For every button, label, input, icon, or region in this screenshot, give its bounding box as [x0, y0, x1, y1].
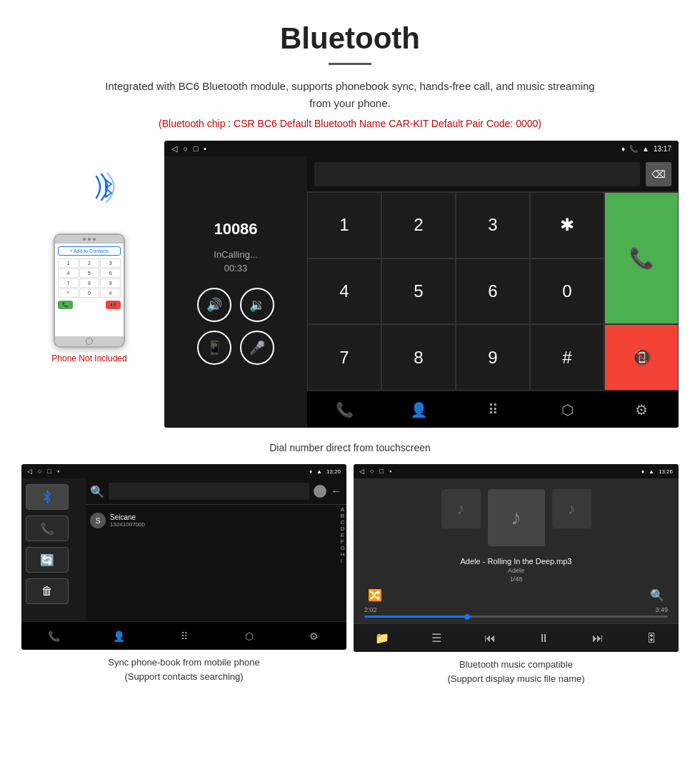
mic-btn[interactable]: 🎤: [240, 331, 274, 365]
pb-delete-btn[interactable]: 🗑: [26, 578, 69, 604]
numpad-star[interactable]: ✱: [530, 192, 604, 258]
numpad-7[interactable]: 7: [307, 324, 381, 391]
pb-search-row: 🔍 ←: [86, 478, 346, 505]
pb-status-left: ◁ ○ □ ▪: [27, 468, 59, 475]
music-search-btn[interactable]: 🔍: [650, 588, 664, 602]
phone-home-button: [55, 336, 124, 346]
music-equalizer-icon[interactable]: 🎛: [646, 632, 657, 645]
music-next-icon[interactable]: ⏭: [592, 632, 604, 645]
numpad-5[interactable]: 5: [381, 258, 456, 325]
phone-keypad: 1 2 3 4 5 6 7 8 9 * 0 #: [58, 258, 121, 298]
pb-contact-list: S Seicane 13241007000: [86, 505, 339, 621]
music-total-time: 3:49: [655, 606, 668, 613]
pb-bottom-settings-icon[interactable]: ⚙: [300, 622, 329, 650]
music-play-icon[interactable]: ⏸: [538, 632, 549, 645]
pb-status-right: ♦ ▲ 13:20: [309, 468, 341, 475]
transfer-btn[interactable]: 📱: [197, 331, 231, 365]
music-content: ♪ ♪ ♪ Adele - Rolling In the Deep.mp3 Ad…: [354, 478, 679, 652]
phone-camera: [88, 238, 91, 241]
pb-contact-name: Seicane: [110, 513, 335, 521]
page-header: Bluetooth Integrated with BC6 Bluetooth …: [0, 0, 700, 141]
phone-key-6: 6: [100, 268, 121, 278]
pb-contact-item[interactable]: S Seicane 13241007000: [90, 509, 335, 532]
pb-bluetooth-btn[interactable]: [26, 484, 69, 510]
music-wrap: ◁ ○ □ ▪ ♦ ▲ 13:26 ♪ ♪ ♪ Adele -: [354, 464, 679, 685]
home-nav-icon: ○: [183, 144, 188, 153]
dial-clock: 13:17: [654, 145, 671, 153]
pb-bottom-user-icon[interactable]: 👤: [105, 622, 134, 650]
dial-input-row: ⌫: [307, 156, 679, 192]
phone-key-1: 1: [58, 258, 79, 268]
numpad-end-btn[interactable]: 📵: [604, 324, 679, 391]
numpad-3[interactable]: 3: [456, 192, 530, 258]
music-progress-bar[interactable]: [364, 615, 668, 618]
phone-call-buttons: 📞 📵: [58, 301, 121, 309]
phonebook-wrap: ◁ ○ □ ▪ ♦ ▲ 13:20: [21, 464, 346, 685]
phone-end-btn: 📵: [106, 301, 121, 309]
music-status-left: ◁ ○ □ ▪: [359, 468, 391, 475]
music-progress-row: 2:02 3:49: [354, 606, 679, 618]
bottom-transfer-icon[interactable]: ⬡: [553, 396, 581, 424]
music-screen: ◁ ○ □ ▪ ♦ ▲ 13:26 ♪ ♪ ♪ Adele -: [354, 464, 679, 652]
music-progress-fill: [364, 615, 471, 618]
volume-up-btn[interactable]: 🔊: [197, 288, 231, 322]
phone-speaker: [83, 238, 86, 241]
bottom-dialpad-icon[interactable]: ⠿: [479, 396, 507, 424]
music-status-right: ♦ ▲ 13:26: [641, 468, 673, 475]
recents-nav-icon: □: [194, 144, 199, 153]
pb-sync-btn[interactable]: 🔄: [26, 547, 69, 573]
music-home-icon: ○: [370, 468, 374, 475]
numpad-9[interactable]: 9: [456, 324, 530, 391]
pb-recents-icon: □: [47, 468, 51, 475]
bottom-settings-icon[interactable]: ⚙: [627, 396, 656, 424]
numpad-6[interactable]: 6: [456, 258, 530, 325]
dial-status-right: ♦ 📞 ▲ 13:17: [621, 145, 671, 153]
pb-bottom-grid-icon[interactable]: ⠿: [170, 622, 199, 650]
main-section: ⠀ + Add to Contacts: [0, 141, 700, 428]
phone-key-3: 3: [100, 258, 121, 268]
music-shuffle-btn[interactable]: 🔀: [368, 588, 382, 602]
phone-key-9: 9: [100, 278, 121, 288]
pb-bottom-transfer-icon[interactable]: ⬡: [235, 622, 264, 650]
numpad-2[interactable]: 2: [381, 192, 456, 258]
music-list-icon[interactable]: ☰: [431, 631, 441, 645]
music-progress-knob[interactable]: [464, 614, 470, 620]
volume-down-btn[interactable]: 🔉: [240, 288, 274, 322]
phone-body: + Add to Contacts 1 2 3 4 5 6 7 8 9 * 0 …: [54, 233, 125, 348]
pb-search-input[interactable]: [109, 483, 309, 500]
album-art-center: ♪: [488, 489, 545, 546]
numpad-4[interactable]: 4: [307, 258, 381, 325]
phone-call-btn: 📞: [58, 301, 73, 309]
pb-contact-number: 13241007000: [110, 521, 335, 528]
music-song-title: Adele - Rolling In the Deep.mp3: [364, 557, 668, 566]
dial-right-panel: ⌫ 1 2 3 ✱ 📞 4 5 6 0 7 8 9 # 📵: [307, 156, 679, 428]
wifi-icon: ▲: [642, 145, 649, 153]
music-prev-icon[interactable]: ⏮: [484, 632, 496, 645]
numpad-8[interactable]: 8: [381, 324, 456, 391]
numpad-0-center[interactable]: 0: [530, 258, 604, 325]
dial-input-field[interactable]: [314, 162, 640, 186]
music-time: 13:26: [659, 468, 673, 475]
phone-key-2: 2: [79, 258, 100, 268]
album-art-left: ♪: [441, 489, 481, 528]
phone-home-circle: [86, 338, 93, 345]
music-status-bar: ◁ ○ □ ▪ ♦ ▲ 13:26: [354, 464, 679, 478]
title-divider: [329, 63, 371, 65]
dial-status-bar: ◁ ○ □ ▪ ♦ 📞 ▲ 13:17: [164, 141, 679, 156]
pb-right-panel: 🔍 ← S Seicane 13241007000: [86, 478, 346, 621]
bottom-contacts-icon[interactable]: 👤: [404, 396, 433, 424]
pb-signal-icon: ▲: [316, 468, 322, 475]
numpad-1[interactable]: 1: [307, 192, 381, 258]
music-folder-icon[interactable]: 📁: [375, 631, 389, 645]
album-art-right: ♪: [552, 489, 591, 528]
bottom-call-icon[interactable]: 📞: [330, 396, 359, 424]
numpad-call-btn[interactable]: 📞: [604, 192, 679, 324]
pb-avatar: S: [90, 513, 106, 528]
dial-backspace-btn[interactable]: ⌫: [646, 162, 671, 186]
bluetooth-icon-wrap: ⠀: [54, 169, 125, 226]
music-info: Adele - Rolling In the Deep.mp3 Adele 1/…: [354, 557, 679, 588]
numpad-hash[interactable]: #: [530, 324, 604, 391]
pb-bottom-call-icon[interactable]: 📞: [40, 622, 69, 650]
pb-phone-btn[interactable]: 📞: [26, 516, 69, 541]
music-times: 2:02 3:49: [364, 606, 668, 613]
